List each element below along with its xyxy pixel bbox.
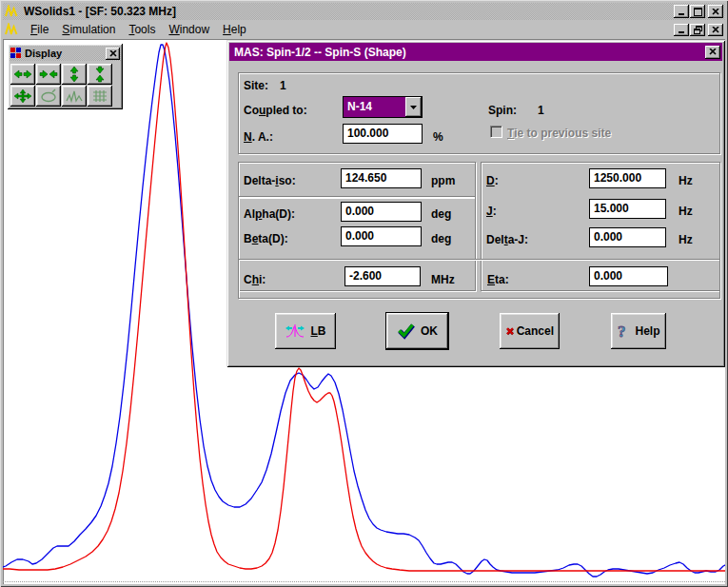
cancel-button[interactable]: Cancel: [500, 313, 560, 349]
site-group: [238, 72, 720, 154]
spin-value: 1: [538, 105, 544, 117]
j-unit: Hz: [679, 205, 693, 218]
shrink-vertical-button[interactable]: [88, 64, 112, 85]
grid-icon: [90, 88, 109, 104]
j-label: J:: [486, 205, 497, 218]
display-close-button[interactable]: [106, 48, 120, 60]
region-select-icon: [39, 88, 58, 104]
shrink-horizontal-button[interactable]: [36, 64, 61, 85]
line-broadening-icon: [285, 323, 305, 340]
menu-simulation[interactable]: Simulation: [55, 21, 122, 38]
ok-button-label: OK: [421, 324, 438, 338]
d-label: D:: [486, 175, 499, 187]
beta-unit: deg: [431, 233, 451, 245]
beta-label: Beta(D):: [244, 233, 288, 245]
menu-file[interactable]: File: [24, 21, 55, 38]
mas-dialog: MAS: Spin-1/2 -- Spin-S (Shape) Site: 1 …: [226, 40, 725, 367]
display-palette-title: Display: [25, 48, 105, 59]
question-mark-icon: ?: [617, 323, 630, 340]
expand-all-button[interactable]: [10, 86, 35, 107]
expand-all-icon: [13, 88, 32, 104]
alpha-unit: deg: [431, 208, 451, 221]
window-controls: [673, 5, 723, 18]
peak-pick-icon: [65, 88, 84, 104]
tie-previous-site-checkbox: [490, 126, 502, 138]
display-palette-buttons: [10, 63, 121, 108]
delta-j-label: Delta-J:: [486, 234, 528, 246]
chi-label: Chi:: [244, 274, 266, 286]
na-input[interactable]: 100.000: [343, 124, 423, 144]
menu-help[interactable]: Help: [216, 21, 253, 38]
na-unit: %: [433, 131, 443, 144]
mdi-restore-button[interactable]: [690, 24, 705, 36]
beta-input[interactable]: 0.000: [341, 226, 422, 246]
x-icon: [505, 323, 515, 339]
lb-button[interactable]: LB: [275, 313, 336, 349]
chi-unit: MHz: [431, 274, 455, 286]
site-label: Site:: [244, 80, 268, 92]
eta-input[interactable]: 0.000: [589, 266, 668, 286]
peak-pick-button: [62, 86, 87, 107]
tie-previous-site-label: Tie to previous site: [507, 127, 611, 140]
check-icon: [397, 323, 416, 340]
shrink-horizontal-icon: [39, 67, 58, 82]
window-resize-edge: [3, 581, 725, 582]
application-window: WSolids1 - [SF: 50.323 MHz] File Simulat…: [0, 0, 728, 587]
help-button[interactable]: ? Help: [611, 313, 666, 349]
d-unit: Hz: [679, 175, 693, 187]
mdi-close-button[interactable]: [708, 24, 723, 36]
delta-iso-input[interactable]: 124.650: [341, 168, 422, 188]
title-bar: WSolids1 - [SF: 50.323 MHz]: [3, 3, 725, 20]
window-title: WSolids1 - [SF: 50.323 MHz]: [24, 5, 673, 18]
dialog-close-button[interactable]: [705, 46, 720, 59]
alpha-label: Alpha(D):: [244, 208, 295, 221]
expand-vertical-button[interactable]: [62, 64, 87, 85]
dialog-title: MAS: Spin-1/2 -- Spin-S (Shape): [234, 46, 704, 59]
display-palette-title-bar[interactable]: Display: [10, 46, 121, 61]
mdi-minimize-button[interactable]: [674, 24, 689, 36]
alpha-input[interactable]: 0.000: [341, 202, 422, 222]
display-icon: [10, 48, 22, 59]
display-palette: Display: [8, 44, 123, 109]
coupled-to-value: N-14: [344, 97, 405, 117]
help-button-label: Help: [635, 324, 659, 338]
shrink-vertical-icon: [92, 66, 108, 83]
grid-button: [88, 86, 112, 107]
minimize-button[interactable]: [674, 5, 689, 18]
region-select-button: [36, 86, 61, 107]
coupled-to-dropdown[interactable]: N-14: [343, 96, 423, 118]
chi-input[interactable]: -2.600: [344, 266, 421, 286]
dropdown-arrow-icon[interactable]: [405, 97, 422, 117]
ok-button[interactable]: OK: [385, 312, 449, 350]
maximize-button[interactable]: [690, 5, 705, 18]
menu-bar: File Simulation Tools Window Help: [3, 20, 725, 40]
app-icon[interactable]: [5, 5, 20, 18]
delta-iso-label: Delta-iso:: [244, 175, 296, 187]
close-button[interactable]: [708, 5, 723, 18]
eta-label: Eta:: [487, 274, 509, 286]
delta-j-input[interactable]: 0.000: [589, 227, 666, 247]
svg-text:?: ?: [618, 323, 626, 340]
spin-label: Spin:: [488, 105, 517, 117]
j-input[interactable]: 15.000: [589, 199, 666, 219]
cancel-button-label: Cancel: [517, 324, 554, 338]
delta-iso-unit: ppm: [431, 175, 455, 187]
mdi-system-icon[interactable]: [5, 23, 20, 36]
expand-horizontal-icon: [13, 67, 32, 82]
na-label: N. A.:: [244, 131, 273, 144]
menu-tools[interactable]: Tools: [122, 21, 162, 38]
coupled-to-label: Coupled to:: [244, 105, 307, 117]
expand-vertical-icon: [67, 66, 82, 83]
delta-j-unit: Hz: [679, 234, 693, 246]
menu-window[interactable]: Window: [162, 21, 216, 38]
dialog-title-bar[interactable]: MAS: Spin-1/2 -- Spin-S (Shape): [229, 43, 722, 61]
site-value: 1: [280, 80, 286, 92]
expand-horizontal-button[interactable]: [10, 64, 35, 85]
lb-button-label: LB: [310, 324, 325, 338]
d-input[interactable]: 1250.000: [589, 168, 666, 188]
